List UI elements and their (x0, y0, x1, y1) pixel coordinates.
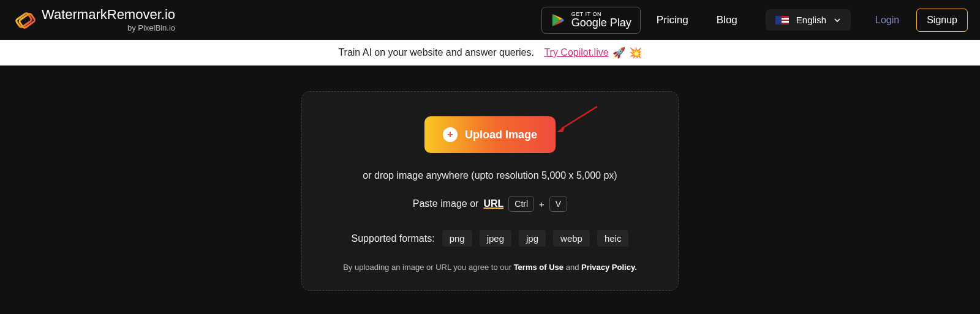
nav-pricing[interactable]: Pricing (657, 14, 688, 26)
logo-icon (12, 9, 36, 32)
format-heic: heic (597, 230, 629, 247)
chevron-down-icon (834, 17, 841, 24)
nav-blog[interactable]: Blog (717, 14, 737, 26)
paste-prefix: Paste image or (413, 198, 479, 209)
google-play-badge[interactable]: GET IT ON Google Play (541, 7, 641, 34)
language-label: English (796, 15, 826, 25)
signup-button[interactable]: Signup (916, 9, 968, 32)
brand-logo[interactable]: WatermarkRemover.io by PixelBin.io (12, 8, 175, 32)
agree-and: and (566, 263, 581, 272)
header: WatermarkRemover.io by PixelBin.io GET I… (0, 0, 980, 40)
brand-title: WatermarkRemover.io (42, 8, 175, 21)
upload-card: + Upload Image or drop image anywhere (u… (301, 91, 679, 291)
drop-hint: or drop image anywhere (upto resolution … (363, 170, 617, 181)
banner-link[interactable]: Try Copilot.live (544, 47, 608, 58)
language-selector[interactable]: English (766, 9, 851, 31)
agree-prefix: By uploading an image or URL you agree t… (343, 263, 513, 272)
play-bottom-label: Google Play (571, 17, 631, 28)
paste-line: Paste image or URL Ctrl + V (413, 196, 567, 212)
promo-banner: Train AI on your website and answer quer… (0, 40, 980, 65)
uk-flag-icon (775, 16, 789, 24)
rocket-icon: 🚀 (612, 47, 625, 59)
svg-line-2 (562, 107, 597, 129)
format-jpg: jpg (519, 230, 546, 247)
google-play-icon (551, 13, 565, 28)
plus-icon: + (443, 127, 458, 142)
format-jpeg: jpeg (480, 230, 511, 247)
format-webp: webp (553, 230, 590, 247)
terms-link[interactable]: Terms of Use (514, 263, 564, 272)
key-plus: + (539, 199, 545, 209)
banner-text: Train AI on your website and answer quer… (338, 47, 534, 58)
formats-line: Supported formats: png jpeg jpg webp hei… (352, 230, 629, 247)
upload-button-label: Upload Image (465, 129, 537, 141)
pointer-arrow-icon (556, 105, 598, 132)
formats-label: Supported formats: (352, 233, 435, 244)
main-stage: + Upload Image or drop image anywhere (u… (0, 65, 980, 314)
brand-subtitle: by PixelBin.io (42, 24, 175, 32)
key-v: V (549, 196, 567, 212)
paste-url-link[interactable]: URL (483, 198, 503, 209)
upload-image-button[interactable]: + Upload Image (424, 116, 556, 153)
format-png: png (442, 230, 472, 247)
svg-marker-3 (557, 125, 565, 132)
login-link[interactable]: Login (875, 15, 899, 26)
collision-icon: 💥 (629, 47, 642, 59)
agree-line: By uploading an image or URL you agree t… (343, 263, 637, 272)
key-ctrl: Ctrl (508, 196, 534, 212)
privacy-link[interactable]: Privacy Policy. (581, 263, 637, 272)
